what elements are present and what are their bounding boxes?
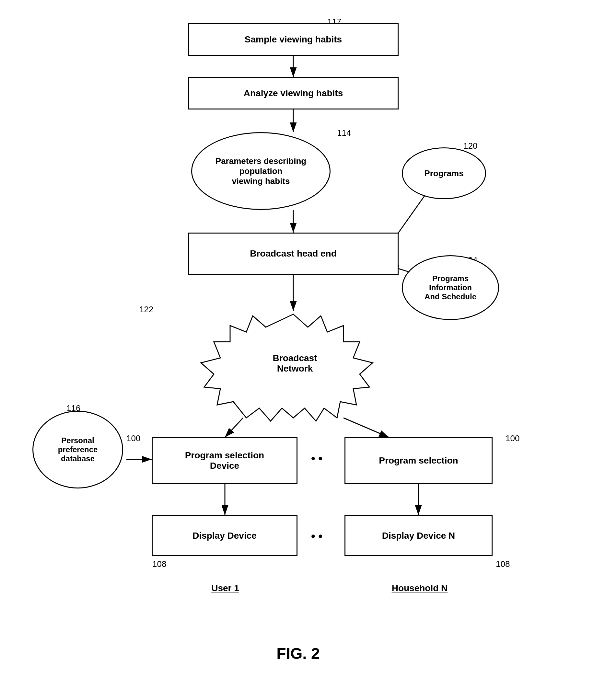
personal-pref-db-ellipse: Personal preference database [32, 411, 123, 488]
display-device-n-box: Display Device N [344, 515, 493, 556]
dots-1: • • [311, 452, 323, 465]
ref-122: 122 [139, 305, 153, 315]
ref-100-right: 100 [505, 433, 520, 444]
programs-info-ellipse: Programs Information And Schedule [402, 255, 499, 320]
user1-label: User 1 [188, 583, 263, 593]
parameters-ellipse: Parameters describing population viewing… [191, 132, 331, 210]
program-selection-device-box: Program selection Device [152, 437, 297, 484]
broadcast-head-end-box: Broadcast head end [188, 233, 399, 275]
dots-2: • • [311, 530, 323, 543]
analyze-viewing-habits-box: Analyze viewing habits [188, 77, 399, 109]
svg-line-9 [343, 418, 389, 437]
programs-ellipse: Programs [402, 147, 486, 199]
svg-line-8 [225, 418, 243, 437]
program-selection-box: Program selection [344, 437, 493, 484]
ref-108-left: 108 [152, 559, 166, 569]
fig-label: FIG. 2 [233, 644, 363, 662]
diagram-container: 117 Sample viewing habits 118 Analyze vi… [0, 0, 594, 700]
ref-100-left: 100 [126, 433, 140, 444]
ref-114: 114 [337, 128, 351, 138]
householdn-label: Household N [376, 583, 463, 593]
display-device-1-box: Display Device [152, 515, 297, 556]
sample-viewing-habits-box: Sample viewing habits [188, 23, 399, 56]
broadcast-network-label: Broadcast Network [253, 353, 337, 374]
ref-108-right: 108 [496, 559, 510, 569]
ref-120: 120 [463, 141, 477, 151]
